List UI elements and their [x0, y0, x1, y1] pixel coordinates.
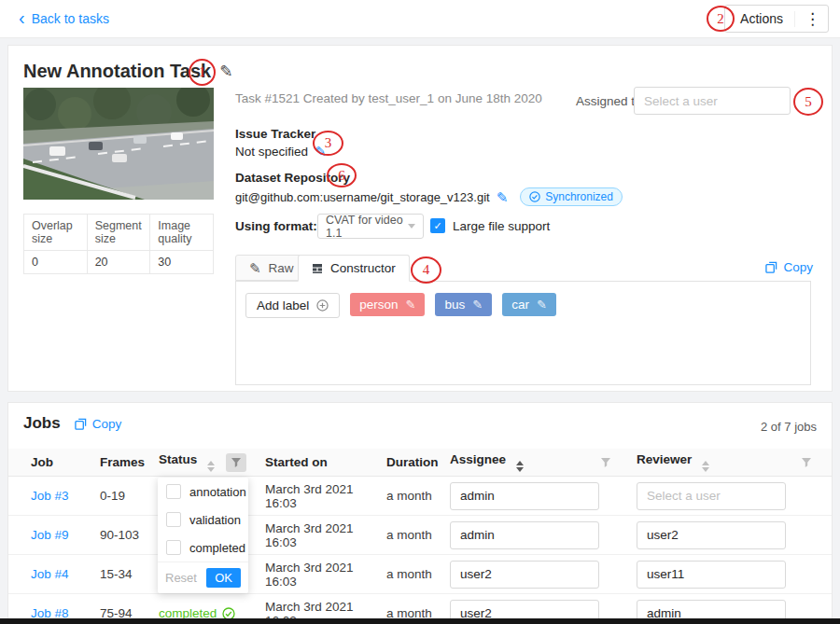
col-header-assignee[interactable]: Assignee: [442, 449, 629, 477]
repository-url: git@github.com:username/git_storage_v123…: [235, 190, 490, 204]
param-value-segment: 20: [87, 251, 150, 274]
task-meta: Task #1521 Created by test_user_1 on Jun…: [235, 91, 542, 105]
sort-icon[interactable]: [516, 461, 524, 472]
copy-jobs-label: Copy: [92, 417, 122, 431]
format-value: CVAT for video 1.1: [326, 214, 408, 240]
status-filter-icon[interactable]: [226, 453, 246, 472]
tab-constructor[interactable]: Constructor: [298, 255, 410, 282]
copy-jobs-button[interactable]: Copy: [75, 417, 122, 431]
col-header-job: Job: [8, 449, 92, 477]
edit-task-name-icon[interactable]: ✎: [219, 63, 232, 79]
jobs-table: Job Frames Status Started on Duration As…: [8, 449, 832, 624]
started-cell: March 3rd 2021 16:03: [258, 555, 379, 594]
issue-tracker-label: Issue Tracker: [235, 127, 315, 141]
checkbox-icon[interactable]: [166, 540, 181, 555]
label-chip-bus[interactable]: bus ✎: [435, 293, 492, 316]
pencil-icon: ✎: [249, 261, 261, 275]
reviewer-filter-icon[interactable]: [796, 453, 817, 472]
frames-cell: 90-103: [92, 516, 151, 555]
dataset-repository-label: Dataset Repository: [235, 171, 350, 185]
label-name-person: person: [359, 298, 398, 312]
label-chip-person[interactable]: person ✎: [350, 293, 425, 316]
dataset-repository-row: git@github.com:username/git_storage_v123…: [235, 187, 623, 206]
filter-option-annotation[interactable]: annotation: [158, 478, 248, 506]
format-select[interactable]: CVAT for video 1.1: [317, 214, 424, 239]
back-to-tasks-link[interactable]: ‹ Back to tasks: [19, 10, 109, 27]
chevron-left-icon: ‹: [19, 8, 25, 27]
actions-label: Actions: [740, 11, 783, 26]
param-header-segment: Segment size: [87, 215, 150, 251]
job-reviewer-input[interactable]: [637, 521, 786, 549]
add-label-button[interactable]: Add label: [245, 293, 340, 318]
copy-labels-button[interactable]: Copy: [765, 260, 813, 274]
edit-label-person-icon[interactable]: ✎: [406, 298, 416, 312]
col-header-reviewer[interactable]: Reviewer: [629, 449, 832, 477]
filter-ok-button[interactable]: OK: [206, 568, 241, 588]
large-file-checkbox[interactable]: ✓: [430, 218, 445, 233]
job-row: Job #3 0-19 March 3rd 2021 16:03 a month: [8, 477, 832, 516]
add-label-text: Add label: [257, 298, 309, 312]
sync-status-text: Synchronized: [545, 190, 613, 203]
job-link[interactable]: Job #9: [31, 528, 69, 542]
tab-raw[interactable]: ✎ Raw: [235, 255, 308, 281]
edit-repository-icon[interactable]: ✎: [497, 190, 509, 204]
filter-option-validation[interactable]: validation: [158, 506, 248, 534]
checkbox-icon[interactable]: [166, 484, 181, 499]
task-title-row: New Annotation Task ✎: [23, 61, 232, 82]
cvat-task-page: ‹ Back to tasks Actions ⋮ New Annotation…: [0, 0, 840, 624]
started-cell: March 3rd 2021 16:03: [258, 477, 379, 516]
task-preview-image: [23, 88, 214, 200]
assignee-filter-icon[interactable]: [595, 453, 616, 472]
edit-issue-tracker-icon[interactable]: ✎: [315, 145, 327, 159]
job-assignee-input[interactable]: [450, 482, 599, 510]
tab-constructor-label: Constructor: [330, 261, 396, 275]
job-row: Job #4 15-34 March 3rd 2021 16:03 a mont…: [8, 555, 832, 594]
filter-option-completed[interactable]: completed: [158, 534, 248, 562]
plus-circle-icon: [316, 299, 329, 312]
job-assignee-input[interactable]: [450, 521, 599, 549]
sort-icon[interactable]: [702, 461, 709, 472]
duration-cell: a month: [379, 555, 442, 594]
copy-labels-label: Copy: [783, 260, 813, 274]
task-params-table: Overlap size Segment size Image quality …: [23, 214, 214, 274]
actions-button[interactable]: Actions ⋮: [724, 5, 829, 33]
checkbox-icon[interactable]: [166, 512, 181, 527]
topbar: ‹ Back to tasks Actions ⋮: [0, 0, 840, 38]
col-header-frames: Frames: [92, 449, 151, 477]
label-name-bus: bus: [444, 298, 465, 312]
tab-raw-label: Raw: [269, 261, 294, 275]
task-details-card: New Annotation Task ✎: [7, 45, 833, 392]
job-link[interactable]: Job #4: [31, 567, 69, 581]
col-header-status[interactable]: Status: [151, 449, 258, 477]
filter-footer: Reset OK: [158, 562, 248, 593]
param-header-quality: Image quality: [150, 215, 214, 251]
task-title: New Annotation Task: [23, 61, 211, 82]
started-cell: March 3rd 2021 16:03: [258, 516, 379, 555]
frames-cell: 15-34: [92, 555, 151, 594]
frames-cell: 0-19: [92, 477, 151, 516]
jobs-card: Jobs Copy 2 of 7 jobs Job Frames Status: [7, 402, 833, 624]
col-header-duration: Duration: [379, 449, 442, 477]
duration-cell: a month: [379, 516, 442, 555]
large-file-label: Large file support: [453, 219, 550, 233]
job-row: Job #9 90-103 March 3rd 2021 16:03 a mon…: [8, 516, 832, 555]
job-link[interactable]: Job #3: [31, 489, 69, 503]
more-vertical-icon[interactable]: ⋮: [794, 11, 820, 27]
edit-label-car-icon[interactable]: ✎: [537, 298, 547, 312]
label-chip-car[interactable]: car ✎: [502, 293, 556, 316]
sync-status-badge: Synchronized: [520, 187, 623, 206]
using-format-label: Using format:: [235, 219, 317, 233]
job-assignee-input[interactable]: [450, 561, 599, 589]
jobs-table-header-row: Job Frames Status Started on Duration As…: [8, 449, 832, 477]
param-value-overlap: 0: [24, 251, 88, 274]
issue-tracker-text: Not specified: [235, 145, 308, 159]
sort-icon[interactable]: [207, 461, 215, 472]
filter-reset-button[interactable]: Reset: [165, 571, 197, 585]
edit-label-bus-icon[interactable]: ✎: [472, 298, 483, 312]
job-reviewer-input[interactable]: [637, 482, 786, 510]
copy-icon: [765, 261, 777, 273]
assigned-to-label: Assigned to: [576, 94, 642, 108]
job-reviewer-input[interactable]: [637, 561, 786, 589]
task-assignee-select[interactable]: [634, 87, 791, 115]
bottom-edge: [0, 618, 840, 624]
